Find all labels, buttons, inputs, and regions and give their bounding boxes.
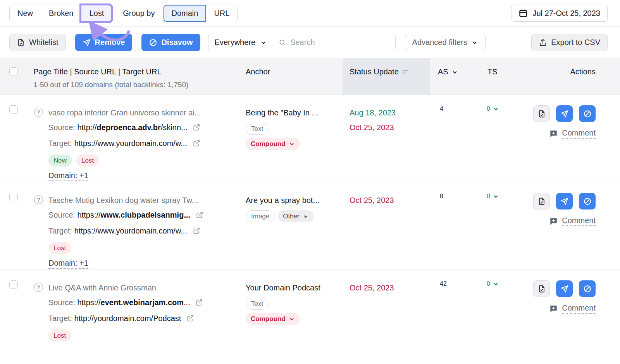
- anchor-text: Being the "Baby In ...: [246, 105, 343, 120]
- top-bar: New Broken Lost Group by Domain URL Jul …: [0, 0, 620, 27]
- ts-dropdown[interactable]: 0: [487, 105, 499, 112]
- disavow-button[interactable]: Disavow: [141, 34, 200, 51]
- row-disavow-button[interactable]: [579, 105, 596, 122]
- export-csv-label: Export to CSV: [551, 38, 600, 47]
- block-icon: [149, 38, 157, 47]
- table-row: ? Live Q&A with Annie Grossman Source: h…: [0, 270, 620, 350]
- search-field: [273, 38, 398, 47]
- help-icon[interactable]: ?: [34, 108, 43, 117]
- status-date: Aug 18, 2023: [350, 105, 430, 120]
- target-url[interactable]: https://www.yourdomain.com/w...: [74, 139, 187, 148]
- whitelist-button[interactable]: Whitelist: [9, 34, 66, 51]
- search-combo: Everywhere: [208, 34, 396, 51]
- search-scope-dropdown[interactable]: Everywhere: [208, 34, 274, 51]
- chevron-down-icon: [471, 39, 478, 46]
- anchor-type-badge: Image: [246, 210, 275, 222]
- comment-link[interactable]: Comment: [562, 304, 596, 314]
- status-badge-new: New: [48, 155, 72, 167]
- status-date: Oct 25, 2023: [350, 280, 430, 295]
- search-scope-value: Everywhere: [215, 38, 256, 47]
- advanced-filters-dropdown[interactable]: Advanced filters: [405, 34, 486, 51]
- target-label: Target:: [48, 314, 72, 323]
- source-url[interactable]: https://www.clubpadelsanmig...: [78, 211, 191, 219]
- table-row: ? Tasche Mutig Lexikon dog water spray T…: [0, 182, 620, 270]
- help-icon[interactable]: ?: [34, 283, 43, 292]
- tab-new[interactable]: New: [10, 5, 41, 22]
- row-whitelist-button[interactable]: [533, 105, 550, 122]
- row-disavow-button[interactable]: [579, 193, 596, 209]
- ts-dropdown[interactable]: 0: [487, 280, 499, 287]
- ts-dropdown[interactable]: 0: [487, 193, 499, 200]
- search-input[interactable]: [290, 38, 393, 47]
- send-icon: [83, 38, 91, 47]
- row-disavow-button[interactable]: [579, 280, 596, 297]
- help-icon[interactable]: ?: [34, 195, 43, 204]
- external-link-icon[interactable]: [193, 140, 200, 149]
- external-link-icon[interactable]: [196, 212, 203, 220]
- date-range-label: Jul 27-Oct 25, 2023: [532, 9, 600, 18]
- anchor-compound-badge[interactable]: Compound: [246, 313, 300, 325]
- column-header-actions: Actions: [515, 58, 620, 94]
- column-header-as[interactable]: AS: [430, 58, 477, 94]
- remove-label: Remove: [95, 38, 125, 47]
- group-by-tabs: Domain URL: [163, 5, 238, 22]
- target-label: Target:: [48, 227, 72, 235]
- comment-add-icon[interactable]: [549, 304, 558, 313]
- tab-lost[interactable]: Lost: [81, 5, 112, 22]
- domain-more-link[interactable]: Domain: +1: [48, 259, 88, 269]
- tab-broken[interactable]: Broken: [41, 5, 81, 22]
- whitelist-label: Whitelist: [29, 38, 59, 47]
- upload-icon: [539, 38, 547, 47]
- external-link-icon[interactable]: [193, 228, 200, 236]
- table-row: ? vaso ropa interior Gran universo skinn…: [0, 94, 620, 182]
- export-csv-button[interactable]: Export to CSV: [531, 34, 608, 51]
- row-remove-button[interactable]: [556, 280, 573, 297]
- target-url[interactable]: http://yourdomain.com/Podcast: [74, 314, 181, 323]
- column-header-main[interactable]: Page Title | Source URL | Target URL: [33, 67, 241, 76]
- date-range-picker[interactable]: Jul 27-Oct 25, 2023: [511, 5, 608, 22]
- search-icon: [279, 39, 286, 46]
- comment-add-icon[interactable]: [549, 129, 558, 138]
- tab-group-url[interactable]: URL: [206, 5, 237, 22]
- row-checkbox[interactable]: [9, 105, 18, 114]
- row-remove-button[interactable]: [556, 193, 573, 209]
- as-value: 8: [430, 182, 477, 270]
- chevron-down-icon: [260, 39, 267, 46]
- row-whitelist-button[interactable]: [533, 280, 550, 297]
- row-checkbox[interactable]: [9, 280, 18, 289]
- select-all-checkbox[interactable]: [9, 67, 18, 76]
- external-link-icon[interactable]: [193, 124, 200, 133]
- table-count-summary: 1-50 out of 109 domains (total backlinks…: [33, 81, 241, 89]
- external-link-icon[interactable]: [195, 299, 203, 308]
- target-label: Target:: [48, 139, 72, 148]
- column-header-ts[interactable]: TS: [477, 58, 515, 94]
- view-tabs: New Broken Lost: [9, 5, 112, 22]
- comment-link[interactable]: Comment: [562, 129, 596, 139]
- anchor-text: Your Domain Podcast: [246, 280, 343, 295]
- tab-group-domain[interactable]: Domain: [164, 5, 206, 22]
- row-checkbox[interactable]: [9, 193, 18, 201]
- source-url[interactable]: http://deproenca.adv.br/skinn...: [78, 123, 188, 132]
- source-label: Source:: [48, 211, 75, 219]
- source-url[interactable]: https://event.webinarjam.com...: [78, 298, 190, 307]
- disavow-label: Disavow: [161, 38, 193, 47]
- column-header-status[interactable]: Status Update: [343, 58, 430, 94]
- status-badge-lost: Lost: [76, 155, 99, 167]
- page-title: vaso ropa interior Gran universo skinner…: [48, 105, 201, 120]
- row-whitelist-button[interactable]: [533, 193, 550, 209]
- status-badge-lost: Lost: [48, 242, 71, 254]
- sort-desc-icon: [403, 68, 410, 77]
- whitelist-icon: [17, 38, 25, 47]
- comment-add-icon[interactable]: [549, 217, 558, 226]
- domain-more-link[interactable]: Domain: +1: [48, 171, 88, 181]
- anchor-compound-badge[interactable]: Compound: [246, 138, 300, 150]
- target-url[interactable]: https://www.yourdomain.com/w...: [74, 227, 187, 235]
- action-toolbar: Whitelist Remove Disavow Everywhere: [0, 27, 620, 58]
- anchor-other-badge[interactable]: Other: [278, 210, 314, 222]
- source-label: Source:: [48, 298, 75, 307]
- row-remove-button[interactable]: [556, 105, 573, 122]
- remove-button[interactable]: Remove: [75, 34, 133, 51]
- column-header-anchor[interactable]: Anchor: [241, 58, 343, 94]
- external-link-icon[interactable]: [186, 315, 194, 324]
- comment-link[interactable]: Comment: [562, 216, 596, 226]
